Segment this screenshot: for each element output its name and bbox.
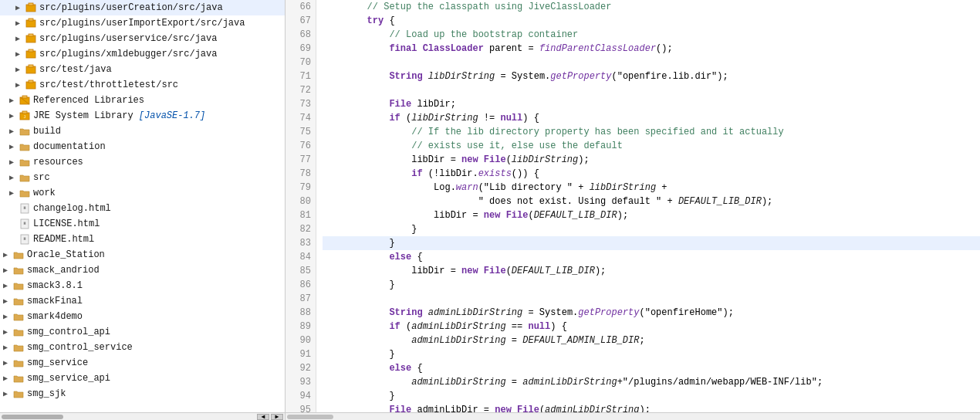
tree-label: smack3.8.1	[27, 280, 83, 291]
line-number: 89	[286, 320, 311, 334]
tree-arrow: ▶	[3, 312, 12, 321]
tree-arrow: ▶	[9, 127, 19, 136]
tree-label: smack_andriod	[27, 265, 100, 276]
code-line: // Load up the bootstrap container	[323, 28, 980, 42]
line-number: 92	[286, 361, 311, 375]
line-number: 69	[286, 42, 311, 56]
svg-rect-9	[29, 65, 33, 67]
tree-item-item-12[interactable]: ▶src	[0, 170, 285, 185]
tree-item-item-2[interactable]: ▶src/plugins/userImportExport/src/java	[0, 15, 285, 31]
code-area: 6667686970717273747576777879808182838485…	[286, 0, 980, 412]
code-line	[323, 83, 980, 97]
svg-text:H: H	[23, 205, 25, 210]
code-line: }	[323, 347, 980, 361]
tree-icon-html: H	[19, 218, 31, 230]
h-scroll-left[interactable]: ◀	[257, 414, 269, 420]
tree-item-item-26[interactable]: ▶smg_sjk	[0, 386, 285, 401]
tree-arrow: ▶	[9, 188, 19, 198]
h-scroll-arrows: ◀ ▶	[257, 414, 283, 420]
tree-item-item-14[interactable]: Hchangelog.html	[0, 201, 285, 216]
tree-item-item-21[interactable]: ▶smark4demo	[0, 309, 285, 324]
tree-icon-folder	[12, 310, 25, 323]
tree-icon-folder	[12, 357, 25, 369]
horizontal-scrollbar[interactable]: ◀ ▶	[0, 412, 285, 420]
tree-item-item-11[interactable]: ▶resources	[0, 154, 285, 170]
svg-rect-3	[29, 19, 33, 21]
tree-icon-folder	[12, 264, 25, 276]
tree-label: src/plugins/userCreation/src/java	[39, 2, 223, 13]
code-line: }	[323, 236, 980, 250]
line-number: 83	[286, 236, 311, 250]
tree-item-item-25[interactable]: ▶smg_service_api	[0, 371, 285, 386]
tree-icon-folder	[19, 187, 31, 199]
line-number: 74	[286, 111, 311, 125]
tree-icon-package	[25, 79, 37, 91]
code-line: File adminLibDir = new File(adminLibDirS…	[323, 403, 980, 412]
tree-icon-folder	[12, 388, 25, 400]
tree-item-item-20[interactable]: ▶smackFinal	[0, 293, 285, 309]
svg-text:H: H	[23, 221, 25, 225]
tree-item-item-1[interactable]: ▶src/plugins/userCreation/src/java	[0, 0, 285, 15]
bottom-scrollbar[interactable]	[286, 412, 980, 420]
tree-icon-folder-src	[19, 171, 31, 184]
code-line: adminLibDirString = DEFAULT_ADMIN_LIB_DI…	[323, 334, 980, 347]
file-tree[interactable]: ▶src/plugins/userCreation/src/java▶src/p…	[0, 0, 285, 412]
code-line: Log.warn("Lib directory " + libDirString…	[323, 181, 980, 195]
tree-item-item-15[interactable]: HLICENSE.html	[0, 216, 285, 232]
line-number: 77	[286, 153, 311, 167]
tree-arrow: ▶	[15, 34, 25, 43]
tree-item-item-19[interactable]: ▶smack3.8.1	[0, 278, 285, 293]
code-line: String libDirString = System.getProperty…	[323, 69, 980, 83]
line-number: 78	[286, 167, 311, 181]
tree-arrow: ▶	[15, 65, 25, 74]
tree-arrow: ▶	[3, 343, 12, 352]
svg-rect-16	[22, 111, 27, 113]
tree-item-item-4[interactable]: ▶src/plugins/xmldebugger/src/java	[0, 46, 285, 62]
code-line: else {	[323, 361, 980, 375]
tree-arrow: ▶	[9, 158, 19, 167]
h-scroll-right[interactable]: ▶	[271, 414, 283, 420]
tree-item-item-23[interactable]: ▶smg_control_service	[0, 340, 285, 355]
tree-label: build	[33, 126, 61, 137]
tree-icon-folder	[19, 141, 31, 153]
tree-item-item-6[interactable]: ▶src/test/throttletest/src	[0, 77, 285, 93]
tree-label: README.html	[33, 234, 94, 245]
svg-rect-7	[29, 49, 33, 52]
line-number: 86	[286, 278, 311, 292]
code-line: // exists use it, else use the default	[323, 139, 980, 153]
code-line: libDir = new File(DEFAULT_LIB_DIR);	[323, 264, 980, 278]
code-line: else {	[323, 250, 980, 264]
tree-arrow: ▶	[3, 374, 12, 383]
tree-icon-folder	[19, 125, 31, 137]
tree-item-item-8[interactable]: ▶JJRE System Library [JavaSE-1.7]	[0, 108, 285, 124]
tree-item-item-9[interactable]: ▶build	[0, 124, 285, 139]
tree-label: src/plugins/userservice/src/java	[39, 33, 217, 44]
line-number: 90	[286, 334, 311, 347]
line-number: 70	[286, 56, 311, 69]
tree-item-item-10[interactable]: ▶documentation	[0, 139, 285, 154]
line-number: 87	[286, 292, 311, 306]
tree-item-item-7[interactable]: ▶Referenced Libraries	[0, 93, 285, 108]
tree-item-item-24[interactable]: ▶smg_service	[0, 355, 285, 371]
bottom-scroll-thumb[interactable]	[287, 415, 333, 419]
tree-item-item-5[interactable]: ▶src/test/java	[0, 62, 285, 77]
line-number: 67	[286, 14, 311, 28]
tree-arrow: ▶	[9, 142, 19, 151]
tree-item-item-22[interactable]: ▶smg_control_api	[0, 324, 285, 340]
tree-item-item-13[interactable]: ▶work	[0, 185, 285, 201]
tree-item-item-18[interactable]: ▶smack_andriod	[0, 262, 285, 278]
tree-item-item-16[interactable]: HREADME.html	[0, 232, 285, 247]
line-number: 71	[286, 69, 311, 83]
h-scroll-thumb[interactable]	[2, 415, 63, 419]
tree-icon-package	[25, 48, 37, 60]
tree-icon-html: H	[19, 233, 31, 246]
line-number: 85	[286, 264, 311, 278]
line-number: 66	[286, 0, 311, 14]
code-line: }	[323, 278, 980, 292]
code-content[interactable]: // Setup the classpath using JiveClassLo…	[316, 0, 980, 412]
code-line: adminLibDirString = adminLibDirString+"/…	[323, 375, 980, 389]
tree-arrow: ▶	[15, 80, 25, 90]
tree-icon-folder	[12, 279, 25, 292]
tree-item-item-3[interactable]: ▶src/plugins/userservice/src/java	[0, 31, 285, 46]
tree-item-item-17[interactable]: ▶Oracle_Station	[0, 247, 285, 262]
